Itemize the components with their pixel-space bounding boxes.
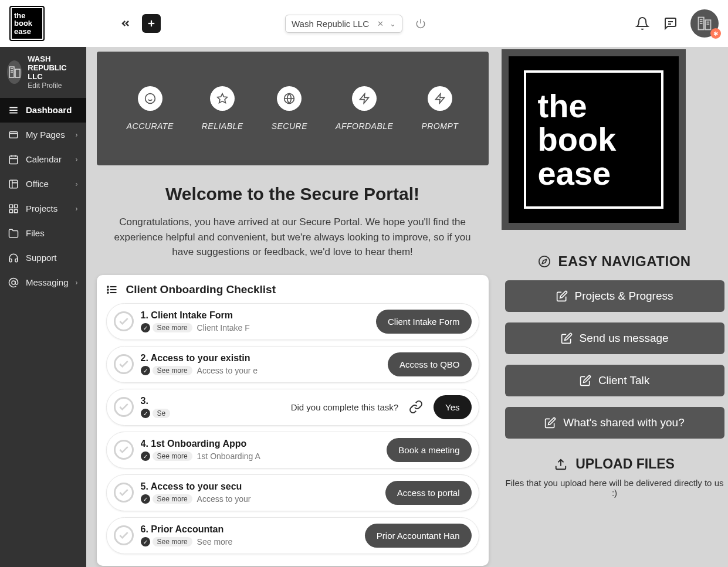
edit-profile-link[interactable]: Edit Profile [28, 82, 79, 90]
banner-item-accurate: ACCURATE [127, 86, 174, 131]
sidebar-item-files[interactable]: Files [0, 221, 86, 246]
checklist-item: 5. Access to your secu✓See moreAccess to… [106, 474, 479, 511]
menu-icon [8, 105, 19, 116]
check-title: 1. Client Intake Form [141, 310, 369, 321]
bell-icon[interactable] [634, 15, 651, 32]
checklist-item: 3.✓SeDid you complete this task?Yes [106, 389, 479, 426]
check-sub: Client Intake F [197, 323, 250, 332]
upload-label: UPLOAD FILES [575, 456, 675, 472]
profile-row[interactable]: WASH REPUBLIC LLC Edit Profile [0, 47, 86, 98]
projects-icon [8, 203, 19, 214]
task-prompt: Did you complete this task? [291, 402, 398, 412]
sidebar-item-dashboard[interactable]: Dashboard [0, 98, 86, 123]
sidebar-item-label: My Pages [26, 130, 65, 140]
quick-nav-button[interactable]: Send us message [505, 322, 724, 354]
see-more-badge[interactable]: ✓See more [141, 366, 192, 375]
folder-icon [8, 228, 19, 239]
topbar-right: ✱ [634, 9, 719, 38]
compass-icon [538, 255, 551, 268]
collapse-sidebar-icon[interactable] [116, 14, 135, 33]
sidebar-item-label: Calendar [26, 154, 62, 164]
clear-company-icon[interactable]: ✕ [377, 19, 384, 28]
brand-line3: ease [538, 157, 649, 190]
welcome-heading: Welcome to the Secure Portal! [97, 184, 489, 204]
checklist-action-button[interactable]: Access to QBO [388, 352, 472, 376]
yes-button[interactable]: Yes [434, 395, 471, 419]
svg-marker-37 [218, 94, 228, 103]
checklist-item: 6. Prior Accountan✓See moreSee morePrior… [106, 517, 479, 554]
banner-label: ACCURATE [127, 121, 174, 131]
svg-rect-31 [9, 209, 12, 212]
svg-point-48 [539, 256, 550, 267]
building-icon [7, 60, 22, 84]
svg-rect-22 [9, 156, 18, 164]
logo-line3: ease [14, 28, 40, 36]
brand-tile: the book ease [502, 49, 686, 230]
company-title: WASH REPUBLIC LLC [28, 55, 79, 82]
sidebar-item-label: Support [26, 253, 57, 263]
sidebar-item-messaging[interactable]: Messaging› [0, 270, 86, 295]
quick-nav-button[interactable]: Client Talk [505, 365, 724, 396]
svg-point-46 [107, 289, 109, 290]
svg-marker-49 [543, 259, 547, 263]
svg-rect-6 [705, 20, 710, 29]
check-title: 4. 1st Onboarding Appo [141, 439, 380, 449]
sidebar-item-label: Projects [26, 203, 57, 213]
banner-item-affordable: AFFORDABLE [336, 86, 393, 131]
quick-nav-label: Client Talk [598, 374, 649, 387]
company-selector[interactable]: Wash Republic LLC ✕ ⌄ [285, 15, 402, 33]
chevron-down-icon[interactable]: ⌄ [390, 19, 396, 28]
list-icon [106, 284, 118, 296]
sidebar-item-label: Dashboard [26, 105, 72, 115]
see-more-badge[interactable]: ✓Se [141, 409, 171, 418]
checklist-action-button[interactable]: Access to portal [385, 481, 472, 505]
avatar[interactable]: ✱ [690, 9, 719, 38]
chat-icon[interactable] [662, 15, 679, 32]
checklist-action-button[interactable]: Book a meeting [387, 438, 471, 462]
checklist-item: 1. Client Intake Form✓See moreClient Int… [106, 303, 479, 340]
banner-label: PROMPT [421, 121, 458, 131]
add-button[interactable] [142, 14, 161, 33]
see-more-badge[interactable]: ✓See more [141, 323, 192, 332]
svg-point-45 [107, 286, 109, 287]
check-circle-icon[interactable] [114, 440, 134, 460]
checklist-action-button[interactable]: Prior Accountant Han [365, 524, 472, 548]
edit-icon [544, 417, 556, 429]
banner-item-reliable: RELIABLE [202, 86, 243, 131]
checklist-action-button[interactable]: Client Intake Form [376, 310, 472, 334]
logo-line2: book [14, 19, 40, 28]
banner-label: AFFORDABLE [336, 121, 393, 131]
brand-line2: book [538, 123, 649, 156]
check-circle-icon[interactable] [114, 311, 134, 331]
quick-nav-label: What's shared with you? [563, 416, 684, 429]
sidebar-item-label: Messaging [26, 277, 69, 287]
brand-line1: the [538, 89, 649, 123]
check-circle-icon[interactable] [114, 483, 134, 503]
sidebar-item-calendar[interactable]: Calendar› [0, 147, 86, 172]
quick-nav-button[interactable]: Projects & Progress [505, 280, 724, 312]
sidebar-item-office[interactable]: Office› [0, 172, 86, 196]
edit-icon [556, 290, 568, 302]
values-banner: ACCURATERELIABLESECUREAFFORDABLEPROMPT [97, 52, 489, 165]
see-more-badge[interactable]: ✓See more [141, 451, 192, 461]
check-circle-icon[interactable] [114, 354, 134, 374]
logo[interactable]: the book ease [9, 6, 45, 41]
power-icon[interactable] [415, 18, 426, 29]
sidebar-item-my-pages[interactable]: My Pages› [0, 123, 86, 147]
chevron-right-icon: › [76, 279, 78, 287]
svg-point-34 [145, 94, 155, 104]
svg-rect-29 [9, 205, 12, 208]
see-more-badge[interactable]: ✓See more [141, 494, 192, 504]
svg-point-33 [12, 281, 15, 284]
check-circle-icon[interactable] [114, 525, 134, 545]
upload-subtext: Files that you upload here will be deliv… [505, 478, 724, 498]
see-more-badge[interactable]: ✓See more [141, 537, 192, 546]
easy-nav-label: EASY NAVIGATION [558, 253, 690, 270]
svg-rect-32 [15, 209, 18, 212]
quick-nav-button[interactable]: What's shared with you? [505, 407, 724, 439]
check-circle-icon[interactable] [114, 397, 134, 417]
sidebar-item-label: Files [26, 228, 45, 238]
link-icon[interactable] [409, 400, 423, 414]
sidebar-item-support[interactable]: Support [0, 246, 86, 270]
sidebar-item-projects[interactable]: Projects› [0, 196, 86, 221]
